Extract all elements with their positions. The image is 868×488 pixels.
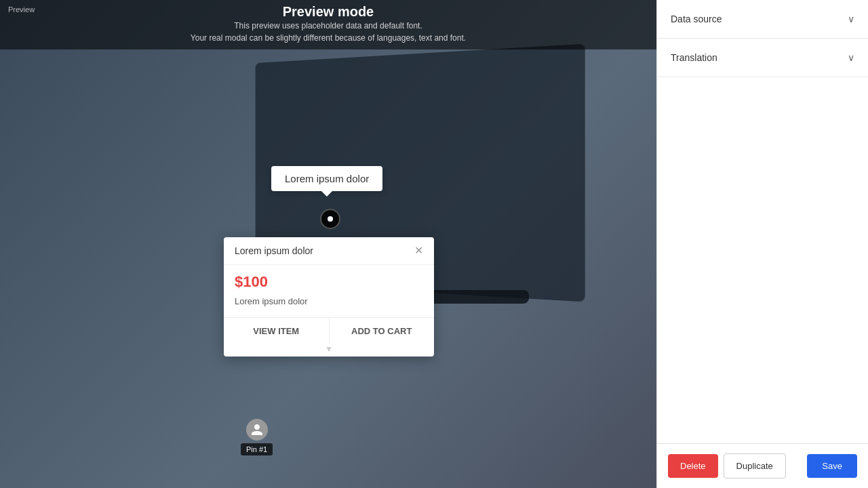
modal-footer: VIEW ITEM ADD TO CART: [224, 317, 434, 344]
save-button[interactable]: Save: [807, 454, 857, 478]
translation-row[interactable]: Translation ∨: [657, 39, 868, 77]
translation-chevron-icon: ∨: [848, 52, 854, 63]
pin-label: Pin #1: [241, 443, 273, 455]
translation-label: Translation: [671, 52, 717, 63]
preview-label: Preview: [8, 5, 35, 14]
tooltip-text: Lorem ipsum dolor: [285, 173, 369, 184]
preview-mode-title: Preview mode: [8, 4, 648, 20]
delete-button[interactable]: Delete: [668, 454, 718, 478]
data-source-label: Data source: [671, 14, 722, 24]
modal-description: Lorem ipsum dolor: [235, 296, 423, 306]
pin-circle[interactable]: [320, 209, 340, 229]
modal-arrow-down: ▼: [224, 344, 434, 357]
modal-popup: Lorem ipsum dolor ✕ $100 Lorem ipsum dol…: [224, 237, 434, 357]
duplicate-button[interactable]: Duplicate: [724, 453, 786, 479]
pin-bottom[interactable]: Pin #1: [241, 419, 273, 455]
translation-section: Translation ∨: [657, 39, 868, 77]
panel-spacer: [657, 77, 868, 443]
pin-avatar: [246, 419, 268, 441]
preview-subtitle-2: Your real modal can be slightly differen…: [8, 32, 648, 44]
modal-price: $100: [235, 273, 423, 291]
modal-header: Lorem ipsum dolor ✕: [224, 237, 434, 265]
panel-footer: Delete Duplicate Save: [657, 443, 868, 488]
data-source-row[interactable]: Data source ∨: [657, 0, 868, 38]
modal-title: Lorem ipsum dolor: [235, 245, 313, 256]
right-panel: Data source ∨ Translation ∨ Delete Dupli…: [656, 0, 868, 488]
modal-body: $100 Lorem ipsum dolor: [224, 265, 434, 317]
preview-area: Preview Preview mode This preview uses p…: [0, 0, 656, 488]
tooltip-bubble: Lorem ipsum dolor: [271, 166, 382, 191]
preview-header: Preview Preview mode This preview uses p…: [0, 0, 656, 49]
view-item-button[interactable]: VIEW ITEM: [224, 318, 330, 344]
add-to-cart-button[interactable]: ADD TO CART: [330, 318, 435, 344]
pin-circle-inner: [328, 216, 333, 222]
user-icon: [250, 423, 264, 436]
data-source-chevron-icon: ∨: [848, 14, 854, 24]
modal-close-button[interactable]: ✕: [414, 245, 423, 256]
preview-subtitle-1: This preview uses placeholder data and d…: [8, 20, 648, 32]
data-source-section: Data source ∨: [657, 0, 868, 39]
